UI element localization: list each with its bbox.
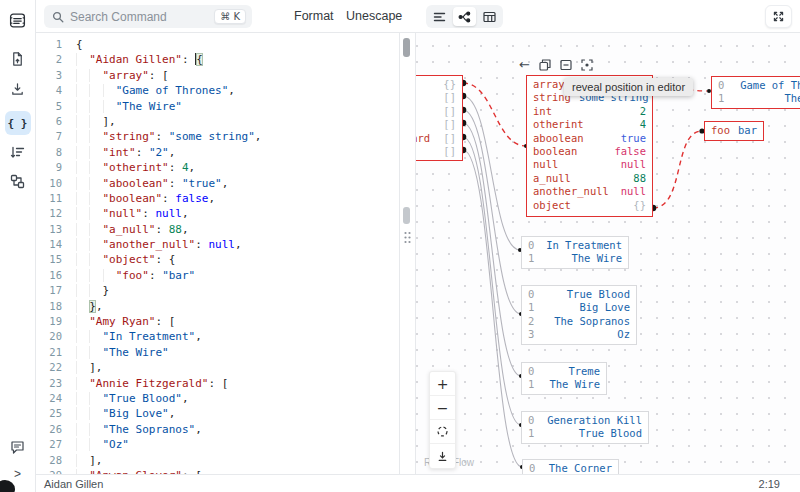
- line-content[interactable]: "aboolean": "true",: [62, 176, 228, 191]
- node-row[interactable]: object{}: [527, 199, 652, 212]
- line-content[interactable]: "another_null": null,: [62, 237, 242, 252]
- json-braces-icon[interactable]: { }: [5, 111, 31, 135]
- node-row[interactable]: 0True Blood: [522, 288, 636, 301]
- line-content[interactable]: "The Wire": [62, 345, 169, 360]
- line-content[interactable]: "Big Love",: [62, 406, 175, 421]
- line-content[interactable]: },: [62, 299, 103, 314]
- download-icon[interactable]: [5, 77, 31, 101]
- node-row[interactable]: Anwan Glover[]: [415, 118, 462, 131]
- fit-view-button[interactable]: [430, 420, 455, 444]
- node-row[interactable]: 1The Wire: [712, 92, 800, 105]
- node-row[interactable]: 1True Blood: [522, 427, 648, 440]
- breadcrumb-path[interactable]: Aidan Gillen: [44, 478, 759, 490]
- editor-line[interactable]: 10 "aboolean": "true",: [36, 176, 399, 191]
- zoom-in-button[interactable]: +: [430, 372, 455, 396]
- editor-line[interactable]: 2 "Aidan Gillen": {: [36, 52, 399, 67]
- graph-node-alexander-skarsgard[interactable]: 0Generation Kill1True Blood: [521, 411, 649, 444]
- line-content[interactable]: "otherint": 4,: [62, 160, 195, 175]
- editor-line[interactable]: 18 },: [36, 299, 399, 314]
- open-document-icon[interactable]: [5, 47, 31, 71]
- node-row[interactable]: 0In Treatment: [522, 239, 628, 252]
- back-icon[interactable]: ←: [519, 58, 530, 71]
- copy-node-icon[interactable]: [539, 59, 551, 71]
- graph-node-aidan-gillen-array[interactable]: 0Game of Thrones1The Wire: [711, 76, 800, 109]
- graph-node-amy-ryan[interactable]: 0In Treatment1The Wire: [521, 236, 629, 269]
- format-button[interactable]: Format: [288, 0, 340, 32]
- splitter-pill[interactable]: [403, 207, 410, 224]
- editor-line[interactable]: 26 "The Sopranos",: [36, 422, 399, 437]
- node-row[interactable]: 0Game of Thrones: [712, 79, 800, 92]
- node-row[interactable]: booleanfalse: [527, 145, 652, 158]
- text-view-button[interactable]: [428, 7, 451, 26]
- editor-line[interactable]: 1{: [36, 37, 399, 52]
- editor-line[interactable]: 3 "array": [: [36, 68, 399, 83]
- editor-line[interactable]: 22 ],: [36, 360, 399, 375]
- node-row[interactable]: 1The Wire: [522, 252, 628, 265]
- editor-line[interactable]: 9 "otherint": 4,: [36, 160, 399, 175]
- line-content[interactable]: ],: [62, 114, 116, 129]
- line-content[interactable]: "Amy Ryan": [: [62, 314, 175, 329]
- line-content[interactable]: "string": "some string",: [62, 129, 261, 144]
- compare-icon[interactable]: [5, 169, 31, 193]
- editor-line[interactable]: 12 "null": null,: [36, 206, 399, 221]
- graph-node-root[interactable]: Aidan Gillen{}Amy Ryan[]Annie Fitzgerald…: [415, 75, 463, 161]
- node-row[interactable]: Aidan Gillen{}: [415, 78, 462, 91]
- editor-line[interactable]: 14 "another_null": null,: [36, 237, 399, 252]
- node-row[interactable]: 1The Wire: [522, 378, 606, 391]
- line-content[interactable]: "The Sopranos",: [62, 422, 202, 437]
- editor-line[interactable]: 17 }: [36, 283, 399, 298]
- node-row[interactable]: 1Big Love: [522, 301, 636, 314]
- graph-view-button[interactable]: [453, 7, 476, 26]
- node-row[interactable]: Alexander Skarsgard[]: [415, 132, 462, 145]
- line-content[interactable]: "In Treatment",: [62, 329, 202, 344]
- line-content[interactable]: ],: [62, 453, 103, 468]
- feedback-icon[interactable]: [5, 435, 31, 459]
- editor-line[interactable]: 8 "int": "2",: [36, 145, 399, 160]
- node-row[interactable]: foobar: [705, 124, 763, 137]
- editor-line[interactable]: 5 "The Wire": [36, 99, 399, 114]
- graph-canvas[interactable]: Aidan Gillen{}Amy Ryan[]Annie Fitzgerald…: [415, 33, 800, 474]
- editor-line[interactable]: 21 "The Wire": [36, 345, 399, 360]
- line-content[interactable]: "Aidan Gillen": {: [62, 52, 203, 67]
- line-content[interactable]: "boolean": false,: [62, 191, 215, 206]
- node-row[interactable]: nullnull: [527, 158, 652, 171]
- table-view-button[interactable]: [478, 7, 501, 26]
- editor-line[interactable]: 24 "True Blood",: [36, 391, 399, 406]
- editor-line[interactable]: 28 ],: [36, 453, 399, 468]
- download-image-button[interactable]: [430, 444, 455, 468]
- line-content[interactable]: "object": {: [62, 252, 175, 267]
- line-content[interactable]: {: [62, 37, 83, 52]
- focus-node-icon[interactable]: [581, 59, 593, 71]
- line-content[interactable]: "a_null": 88,: [62, 222, 189, 237]
- editor-line[interactable]: 27 "Oz": [36, 437, 399, 452]
- node-row[interactable]: 2The Sopranos: [522, 315, 636, 328]
- search-input[interactable]: Search Command ⌘ K: [44, 5, 252, 28]
- editor-line[interactable]: 6 ],: [36, 114, 399, 129]
- line-content[interactable]: "Annie Fitzgerald": [: [62, 376, 228, 391]
- node-row[interactable]: another_nullnull: [527, 185, 652, 198]
- line-content[interactable]: "True Blood",: [62, 391, 189, 406]
- editor-line[interactable]: 11 "boolean": false,: [36, 191, 399, 206]
- node-row[interactable]: abooleantrue: [527, 132, 652, 145]
- node-row[interactable]: Clarke Peters[]: [415, 145, 462, 158]
- node-row[interactable]: otherint4: [527, 118, 652, 131]
- node-row[interactable]: 0Generation Kill: [522, 414, 648, 427]
- panel-splitter[interactable]: [400, 33, 415, 474]
- transform-icon[interactable]: [5, 140, 31, 164]
- editor-scrollbar-thumb[interactable]: [403, 38, 410, 57]
- splitter-grip-icon[interactable]: [403, 230, 412, 248]
- graph-node-aidan-gillen-object[interactable]: foobar: [704, 121, 764, 141]
- line-content[interactable]: "Game of Thrones",: [62, 83, 235, 98]
- zoom-out-button[interactable]: −: [430, 396, 455, 420]
- collapse-node-icon[interactable]: [560, 59, 572, 71]
- graph-node-annie-fitzgerald[interactable]: 0True Blood1Big Love2The Sopranos3Oz: [521, 285, 637, 345]
- line-content[interactable]: "foo": "bar": [62, 268, 195, 283]
- fullscreen-button[interactable]: [765, 5, 792, 28]
- node-row[interactable]: 3Oz: [522, 328, 636, 341]
- editor-line[interactable]: 13 "a_null": 88,: [36, 222, 399, 237]
- line-content[interactable]: "Oz": [62, 437, 129, 452]
- node-row[interactable]: 0Treme: [522, 365, 606, 378]
- line-content[interactable]: }: [62, 283, 109, 298]
- unescape-button[interactable]: Unescape: [340, 0, 408, 32]
- graph-node-anwan-glover[interactable]: 0Treme1The Wire: [521, 362, 607, 395]
